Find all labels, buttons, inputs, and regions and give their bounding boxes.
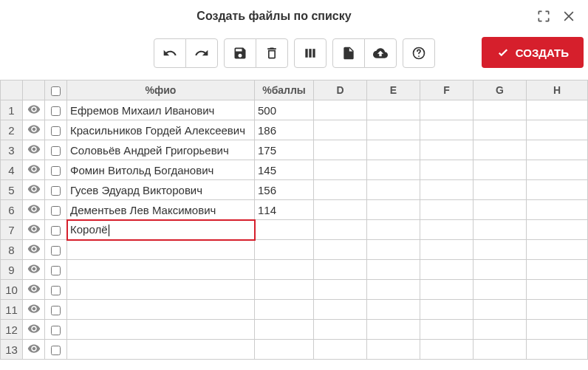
row-checkbox[interactable] bbox=[51, 166, 61, 176]
cell-empty[interactable] bbox=[474, 140, 527, 160]
visibility-toggle[interactable] bbox=[23, 300, 45, 320]
cell-empty[interactable] bbox=[367, 300, 420, 320]
cell-empty[interactable] bbox=[474, 260, 527, 280]
cell-empty[interactable] bbox=[420, 140, 474, 160]
visibility-toggle[interactable] bbox=[23, 180, 45, 200]
help-button[interactable] bbox=[403, 38, 435, 68]
row-checkbox[interactable] bbox=[51, 306, 61, 315]
header-col-d[interactable]: D bbox=[314, 80, 367, 100]
row-number[interactable]: 8 bbox=[1, 240, 23, 260]
row-number[interactable]: 1 bbox=[1, 100, 23, 120]
cell-empty[interactable] bbox=[367, 240, 420, 260]
header-bally[interactable]: %баллы bbox=[255, 80, 314, 100]
cell-empty[interactable] bbox=[527, 220, 588, 240]
cell-empty[interactable] bbox=[527, 200, 588, 220]
visibility-toggle[interactable] bbox=[23, 260, 45, 280]
cell-empty[interactable] bbox=[420, 240, 474, 260]
cell-fio[interactable]: Соловьёв Андрей Григорьевич bbox=[67, 140, 255, 160]
cell-bally[interactable] bbox=[255, 260, 314, 280]
visibility-toggle[interactable] bbox=[23, 220, 45, 240]
cell-empty[interactable] bbox=[527, 160, 588, 180]
cell-bally[interactable]: 500 bbox=[255, 100, 314, 120]
row-number[interactable]: 5 bbox=[1, 180, 23, 200]
row-checkbox[interactable] bbox=[51, 126, 61, 136]
cell-empty[interactable] bbox=[474, 340, 527, 360]
cell-empty[interactable] bbox=[367, 320, 420, 340]
visibility-toggle[interactable] bbox=[23, 200, 45, 220]
cell-fio[interactable]: Красильников Гордей Алексеевич bbox=[67, 120, 255, 140]
row-number[interactable]: 3 bbox=[1, 140, 23, 160]
header-rownum[interactable] bbox=[1, 80, 23, 100]
row-checkbox[interactable] bbox=[51, 206, 61, 216]
row-checkbox[interactable] bbox=[51, 266, 61, 275]
cell-bally[interactable] bbox=[255, 240, 314, 260]
cell-fio[interactable]: Фомин Витольд Богданович bbox=[67, 160, 255, 180]
cell-bally[interactable]: 114 bbox=[255, 200, 314, 220]
redo-button[interactable] bbox=[185, 38, 218, 68]
cell-fio[interactable]: Королё bbox=[67, 220, 255, 240]
cell-fio[interactable] bbox=[67, 280, 255, 300]
cell-empty[interactable] bbox=[314, 340, 367, 360]
undo-button[interactable] bbox=[154, 38, 186, 68]
cell-bally[interactable] bbox=[255, 300, 314, 320]
row-number[interactable]: 10 bbox=[1, 280, 23, 300]
cell-fio[interactable]: Ефремов Михаил Иванович bbox=[67, 100, 255, 120]
cell-empty[interactable] bbox=[367, 140, 420, 160]
cell-empty[interactable] bbox=[527, 320, 588, 340]
cell-empty[interactable] bbox=[367, 200, 420, 220]
close-icon[interactable] bbox=[561, 9, 576, 24]
row-checkbox[interactable] bbox=[51, 286, 61, 295]
header-check[interactable] bbox=[45, 80, 67, 100]
cell-bally[interactable] bbox=[255, 280, 314, 300]
row-checkbox[interactable] bbox=[51, 146, 61, 156]
visibility-toggle[interactable] bbox=[23, 240, 45, 260]
cell-empty[interactable] bbox=[367, 340, 420, 360]
cell-empty[interactable] bbox=[314, 120, 367, 140]
cell-empty[interactable] bbox=[474, 320, 527, 340]
cell-empty[interactable] bbox=[367, 180, 420, 200]
cell-empty[interactable] bbox=[474, 300, 527, 320]
header-col-e[interactable]: E bbox=[367, 80, 420, 100]
cell-empty[interactable] bbox=[527, 340, 588, 360]
cell-empty[interactable] bbox=[474, 120, 527, 140]
cell-empty[interactable] bbox=[314, 200, 367, 220]
cell-empty[interactable] bbox=[314, 300, 367, 320]
cell-empty[interactable] bbox=[474, 100, 527, 120]
cell-empty[interactable] bbox=[314, 260, 367, 280]
cell-fio[interactable] bbox=[67, 260, 255, 280]
cell-empty[interactable] bbox=[314, 180, 367, 200]
cell-empty[interactable] bbox=[314, 100, 367, 120]
visibility-toggle[interactable] bbox=[23, 160, 45, 180]
cell-bally[interactable]: 156 bbox=[255, 180, 314, 200]
cell-fio[interactable] bbox=[67, 300, 255, 320]
cell-bally[interactable]: 145 bbox=[255, 160, 314, 180]
cell-empty[interactable] bbox=[367, 280, 420, 300]
row-number[interactable]: 2 bbox=[1, 120, 23, 140]
cell-empty[interactable] bbox=[527, 280, 588, 300]
row-checkbox[interactable] bbox=[51, 246, 61, 256]
file-button[interactable] bbox=[332, 38, 365, 68]
visibility-toggle[interactable] bbox=[23, 280, 45, 300]
cell-bally[interactable]: 186 bbox=[255, 120, 314, 140]
cell-empty[interactable] bbox=[314, 160, 367, 180]
cell-empty[interactable] bbox=[474, 240, 527, 260]
row-checkbox[interactable] bbox=[51, 106, 61, 116]
row-checkbox[interactable] bbox=[51, 226, 61, 236]
cell-empty[interactable] bbox=[420, 180, 474, 200]
cell-empty[interactable] bbox=[420, 300, 474, 320]
cell-empty[interactable] bbox=[314, 320, 367, 340]
cell-empty[interactable] bbox=[527, 140, 588, 160]
visibility-toggle[interactable] bbox=[23, 120, 45, 140]
visibility-toggle[interactable] bbox=[23, 340, 45, 360]
cell-fio[interactable]: Дементьев Лев Максимович bbox=[67, 200, 255, 220]
create-button[interactable]: СОЗДАТЬ bbox=[482, 37, 584, 68]
row-number[interactable]: 12 bbox=[1, 320, 23, 340]
cell-empty[interactable] bbox=[420, 220, 474, 240]
cell-empty[interactable] bbox=[367, 260, 420, 280]
row-number[interactable]: 9 bbox=[1, 260, 23, 280]
cell-empty[interactable] bbox=[367, 120, 420, 140]
cell-empty[interactable] bbox=[420, 340, 474, 360]
header-col-h[interactable]: H bbox=[527, 80, 588, 100]
cell-fio[interactable] bbox=[67, 240, 255, 260]
columns-button[interactable] bbox=[294, 38, 327, 68]
